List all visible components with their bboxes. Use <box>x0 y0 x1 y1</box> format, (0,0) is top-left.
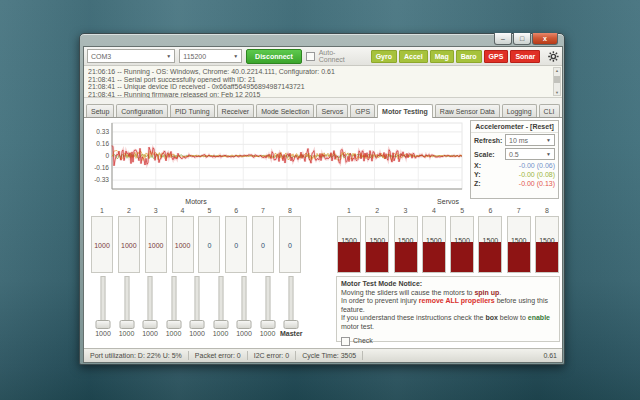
servo-column: 31500 <box>393 207 419 273</box>
slider-value-label: Master <box>280 330 302 337</box>
axis-label: Z: <box>474 180 481 187</box>
servo-column: 81500 <box>534 207 560 273</box>
chevron-down-icon: ▼ <box>233 53 238 59</box>
slider-handle[interactable] <box>119 320 134 329</box>
tab-setup[interactable]: Setup <box>86 104 114 117</box>
slider-handle[interactable] <box>284 320 299 329</box>
servo-fill <box>479 242 501 272</box>
servo-fill <box>338 242 360 272</box>
sensor-indicator-sonar[interactable]: Sonar <box>510 50 540 63</box>
axis-label: Y: <box>474 171 480 178</box>
sensor-indicator-accel[interactable]: Accel <box>399 50 428 63</box>
slider-value-label: 1000 <box>210 330 232 337</box>
slider-value-label: 1000 <box>186 330 208 337</box>
port-select-value: COM3 <box>91 53 111 60</box>
notice-title: Motor Test Mode Notice: <box>341 280 555 289</box>
servo-value: 1500 <box>366 237 388 244</box>
tab-gps[interactable]: GPS <box>350 104 375 117</box>
svg-text:0.33: 0.33 <box>96 128 109 135</box>
minimize-button[interactable]: – <box>494 33 512 45</box>
servo-bar: 1500 <box>394 216 418 273</box>
servo-value: 1500 <box>536 237 558 244</box>
accelerometer-chart: 0.330.160-0.16-0.33 <box>86 121 470 199</box>
disconnect-button[interactable]: Disconnect <box>246 49 302 64</box>
servo-value: 1500 <box>508 237 530 244</box>
sensor-status-group: GyroAccelMagBaroGPSSonar <box>369 50 541 63</box>
slider-handle[interactable] <box>190 320 205 329</box>
log-panel: 21:06:16 -- Running - OS: Windows, Chrom… <box>84 66 562 98</box>
maximize-button[interactable]: □ <box>513 33 531 45</box>
motor-value: 0 <box>280 241 300 248</box>
slider-handle[interactable] <box>96 320 111 329</box>
tab-raw-sensor-data[interactable]: Raw Sensor Data <box>435 104 500 117</box>
enable-motor-test-checkbox[interactable] <box>341 337 350 346</box>
refresh-label: Refresh: <box>474 137 502 144</box>
notice-line-2: In order to prevent injury remove ALL pr… <box>341 297 555 314</box>
port-select[interactable]: COM3 ▼ <box>87 49 175 63</box>
tab-configuration[interactable]: Configuration <box>116 104 168 117</box>
motor-number: 2 <box>117 207 141 216</box>
slider-handle[interactable] <box>213 320 228 329</box>
svg-text:-0.33: -0.33 <box>94 176 109 183</box>
servo-number: 3 <box>393 207 419 216</box>
motor-number: 1 <box>90 207 114 216</box>
servo-number: 2 <box>364 207 390 216</box>
servo-fill <box>366 242 388 272</box>
svg-text:0.16: 0.16 <box>96 140 109 147</box>
tab-motor-testing[interactable]: Motor Testing <box>377 104 433 118</box>
servo-fill <box>451 242 473 272</box>
accelerometer-reset-link[interactable]: [Reset] <box>530 123 554 130</box>
motor-bar: 0 <box>198 216 220 273</box>
notice-line-1: Moving the sliders will cause the motors… <box>341 289 555 298</box>
scale-select[interactable]: 0.5 ▼ <box>505 148 555 160</box>
tab-servos[interactable]: Servos <box>316 104 348 117</box>
servo-bar: 1500 <box>422 216 446 273</box>
servo-column: 61500 <box>477 207 503 273</box>
motor-column: 60 <box>224 207 248 273</box>
tab-cli[interactable]: CLI <box>539 104 560 117</box>
axis-value: -0.00 (0.06) <box>519 162 555 169</box>
servo-fill <box>395 242 417 272</box>
close-button[interactable]: x <box>532 33 558 45</box>
auto-connect-checkbox[interactable] <box>306 52 315 61</box>
slider-value-label: 1000 <box>116 330 138 337</box>
motor-number: 5 <box>197 207 221 216</box>
tab-pid-tuning[interactable]: PID Tuning <box>170 104 215 117</box>
slider-handle[interactable] <box>260 320 275 329</box>
log-line: 21:06:16 -- Running - OS: Windows, Chrom… <box>88 68 550 76</box>
configurator-app: COM3 ▼ 115200 ▼ Disconnect Auto-Connect … <box>83 46 563 363</box>
servo-column: 71500 <box>506 207 532 273</box>
slider-handle[interactable] <box>166 320 181 329</box>
sensor-indicator-mag[interactable]: Mag <box>430 50 454 63</box>
tab-logging[interactable]: Logging <box>502 104 537 117</box>
servo-number: 4 <box>421 207 447 216</box>
sensor-indicator-gyro[interactable]: Gyro <box>371 50 397 63</box>
servo-bar: 1500 <box>337 216 361 273</box>
scroll-up-icon[interactable]: ▲ <box>554 68 560 73</box>
motors-section: 1100021000310004100050607080 <box>90 207 302 273</box>
scroll-down-icon[interactable]: ▼ <box>554 90 560 95</box>
slider-handle[interactable] <box>237 320 252 329</box>
baud-select[interactable]: 115200 ▼ <box>179 49 242 63</box>
servo-value: 1500 <box>338 237 360 244</box>
auto-connect-label: Auto-Connect <box>319 49 361 63</box>
scrollbar-thumb[interactable] <box>554 76 560 83</box>
servo-number: 1 <box>336 207 362 216</box>
motor-value: 0 <box>253 241 273 248</box>
log-scrollbar[interactable]: ▲ ▼ <box>553 67 561 96</box>
motor-column: 80 <box>278 207 302 273</box>
servo-fill <box>508 242 530 272</box>
servos-title: Servos <box>336 198 560 205</box>
servo-column: 41500 <box>421 207 447 273</box>
motor-number: 3 <box>144 207 168 216</box>
chevron-down-icon: ▼ <box>546 137 551 143</box>
slider-handle[interactable] <box>143 320 158 329</box>
tab-mode-selection[interactable]: Mode Selection <box>256 104 314 117</box>
refresh-select[interactable]: 10 ms ▼ <box>505 134 555 146</box>
log-lines: 21:06:16 -- Running - OS: Windows, Chrom… <box>88 68 550 98</box>
gear-icon[interactable] <box>548 51 559 62</box>
sensor-indicator-gps[interactable]: GPS <box>484 50 509 63</box>
servo-number: 8 <box>534 207 560 216</box>
sensor-indicator-baro[interactable]: Baro <box>456 50 482 63</box>
tab-receiver[interactable]: Receiver <box>217 104 255 117</box>
